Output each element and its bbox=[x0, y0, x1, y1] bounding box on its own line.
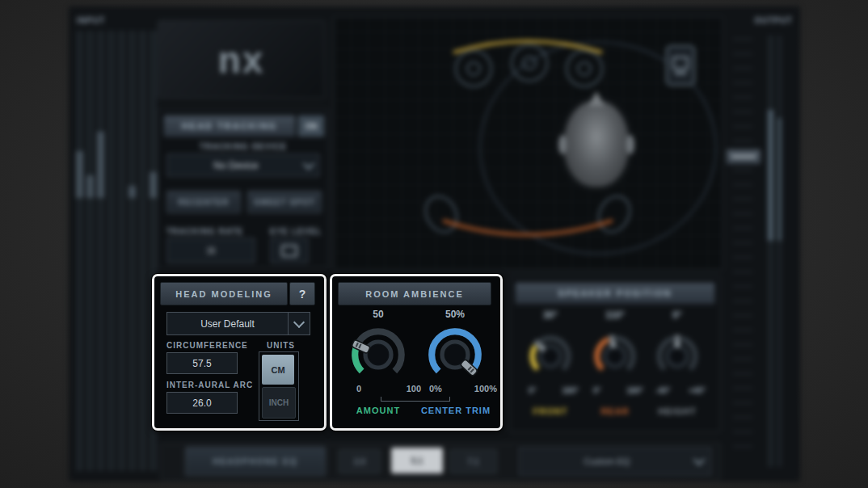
meter-fill bbox=[129, 186, 136, 198]
camera-icon-base bbox=[675, 72, 686, 74]
unit-cm-button[interactable]: CM bbox=[262, 355, 294, 385]
center-trim-knob[interactable] bbox=[423, 322, 487, 390]
output-label: OUTPUT bbox=[749, 16, 798, 25]
head-tracking-on-button[interactable]: ON bbox=[297, 115, 325, 137]
chevron-down-icon bbox=[293, 316, 305, 327]
output-fader-handle[interactable] bbox=[726, 149, 761, 165]
output-fader-scale bbox=[733, 39, 752, 459]
head-preset-value: User Default bbox=[167, 318, 288, 330]
head-ear-right bbox=[626, 135, 634, 154]
amount-value: 50 bbox=[346, 309, 411, 320]
format-5-1-button[interactable]: 5.1 bbox=[391, 448, 443, 473]
amount-label: AMOUNT bbox=[346, 406, 411, 415]
rear-label: REAR bbox=[590, 406, 640, 416]
rear-max: 180° bbox=[626, 386, 643, 395]
height-knob[interactable] bbox=[652, 331, 702, 385]
speaker-position-panel: SPEAKER POSITION 30° 110° 0° 0° 180° 0° … bbox=[509, 276, 721, 432]
room-visualization bbox=[333, 16, 723, 271]
rear-min: 0° bbox=[593, 386, 601, 395]
amount-knob[interactable] bbox=[346, 322, 411, 390]
output-meter-right bbox=[777, 36, 782, 467]
front-max: 180° bbox=[562, 386, 579, 395]
front-arc bbox=[453, 41, 602, 53]
tracking-device-value: No Device bbox=[167, 160, 305, 171]
room-ambience-panel: ROOM AMBIENCE 50 50% 0 100 0% 100% AMOUN… bbox=[330, 274, 503, 431]
height-value: 0° bbox=[652, 309, 702, 321]
head-tracking-title: HEAD TRACKING bbox=[163, 115, 296, 137]
bottom-bar: HEADPHONE EQ 2.0 5.1 7.1 Custom EQ bbox=[160, 443, 721, 480]
nx-logo-text: nx bbox=[218, 38, 265, 82]
meter-fill bbox=[76, 151, 83, 198]
rear-arc bbox=[443, 221, 613, 235]
chevron-down-icon bbox=[303, 158, 314, 169]
output-meter-left bbox=[768, 36, 773, 467]
head-preset-select[interactable]: User Default bbox=[166, 312, 310, 335]
format-7-1-button[interactable]: 7.1 bbox=[449, 449, 497, 473]
center-trim-min: 0% bbox=[429, 384, 442, 393]
interaural-arc-label: INTER-AURAL ARC bbox=[166, 381, 253, 389]
meter-fill bbox=[768, 110, 773, 241]
speaker-position-title: SPEAKER POSITION bbox=[515, 282, 715, 305]
speaker-arcs bbox=[334, 17, 723, 270]
circumference-label: CIRCUMFERENCE bbox=[166, 341, 248, 350]
camera-view-button[interactable] bbox=[666, 45, 695, 86]
center-trim-value: 50% bbox=[421, 309, 489, 320]
meter-fill bbox=[97, 132, 104, 198]
center-trim-max: 100% bbox=[474, 384, 497, 393]
interaural-arc-field[interactable]: 26.0 bbox=[166, 392, 238, 414]
chevron-down-icon bbox=[693, 454, 705, 465]
unit-inch-button[interactable]: INCH bbox=[262, 387, 296, 419]
rear-knob[interactable] bbox=[590, 331, 640, 385]
meter-fill bbox=[150, 172, 157, 198]
tracking-device-select[interactable]: No Device bbox=[166, 154, 320, 177]
units-label: UNITS bbox=[267, 341, 295, 350]
circumference-field[interactable]: 57.5 bbox=[166, 352, 238, 374]
headphone-eq-button[interactable]: HEADPHONE EQ bbox=[185, 447, 326, 476]
fader-grip-line bbox=[731, 156, 756, 158]
height-max: +40° bbox=[689, 386, 706, 395]
units-toggle: CM INCH bbox=[259, 351, 299, 421]
eye-level-button[interactable] bbox=[270, 238, 309, 263]
front-knob[interactable] bbox=[525, 331, 575, 385]
nx-logo: nx bbox=[158, 20, 325, 99]
meter-fill bbox=[777, 118, 782, 241]
head-modeling-panel: HEAD MODELING ? User Default CIRCUMFEREN… bbox=[152, 274, 327, 431]
head-tracking-panel: HEAD TRACKING ON TRACKING DEVICE No Devi… bbox=[158, 109, 329, 268]
eye-level-label: EYE LEVEL bbox=[270, 227, 322, 236]
amount-max: 100 bbox=[407, 384, 421, 393]
front-label: FRONT bbox=[525, 406, 575, 416]
tracking-rate-field[interactable]: 15 bbox=[166, 238, 255, 263]
head-ear-left bbox=[558, 135, 567, 154]
head-modeling-title: HEAD MODELING bbox=[160, 282, 288, 305]
height-label: HEIGHT bbox=[652, 406, 702, 416]
link-bracket bbox=[381, 397, 450, 402]
help-button[interactable]: ? bbox=[289, 282, 315, 305]
camera-icon bbox=[281, 245, 297, 257]
height-min: -40° bbox=[655, 386, 670, 395]
front-min: 0° bbox=[529, 386, 537, 395]
tracking-rate-label: TRACKING RATE bbox=[166, 227, 243, 236]
head-nose bbox=[588, 91, 605, 106]
output-format-value: Custom EQ bbox=[519, 456, 695, 466]
meter-fill bbox=[86, 175, 94, 198]
room-ambience-title: ROOM AMBIENCE bbox=[338, 282, 491, 305]
format-2-0-button[interactable]: 2.0 bbox=[339, 449, 381, 473]
center-trim-label: CENTER TRIM bbox=[416, 406, 495, 415]
input-label: INPUT bbox=[77, 16, 105, 25]
front-value: 30° bbox=[525, 309, 575, 321]
output-format-select[interactable]: Custom EQ bbox=[518, 447, 712, 476]
camera-icon bbox=[672, 57, 689, 69]
sweet-spot-button[interactable]: SWEET SPOT bbox=[247, 191, 322, 213]
amount-min: 0 bbox=[356, 384, 361, 393]
head-top-view bbox=[564, 101, 629, 187]
recenter-button[interactable]: RECENTER bbox=[166, 191, 241, 213]
tracking-device-label: TRACKING DEVICE bbox=[158, 142, 328, 151]
rear-value: 110° bbox=[590, 309, 640, 321]
